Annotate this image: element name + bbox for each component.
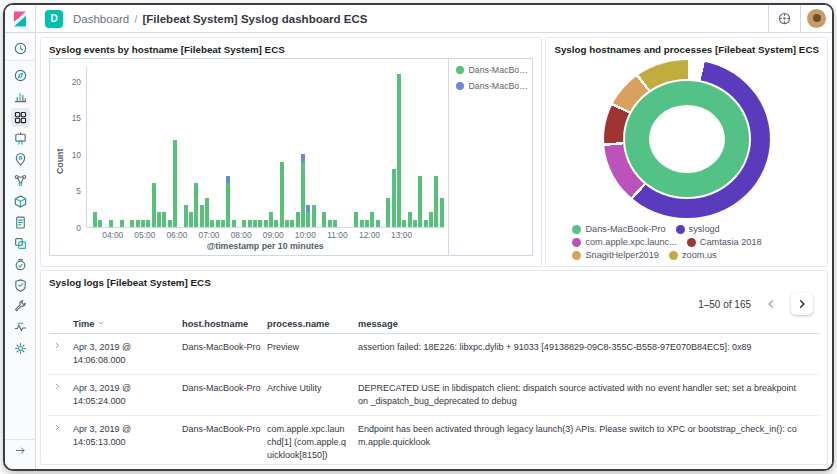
column-header-host[interactable]: host.hostname: [182, 319, 264, 329]
bar[interactable]: [413, 220, 417, 227]
bar[interactable]: [242, 220, 246, 227]
bar[interactable]: [146, 220, 150, 227]
bar[interactable]: [408, 212, 412, 227]
sidebar-item-logs[interactable]: [5, 212, 36, 232]
sidebar-item-recently-viewed[interactable]: [5, 37, 36, 61]
bar[interactable]: [285, 220, 289, 227]
bar[interactable]: [306, 205, 310, 227]
bar[interactable]: [386, 198, 390, 227]
bar-segment: [301, 154, 305, 161]
space-badge[interactable]: D: [45, 10, 63, 28]
sidebar-item-canvas[interactable]: [5, 128, 36, 148]
legend-item[interactable]: syslogd: [676, 224, 720, 234]
bar[interactable]: [418, 176, 422, 227]
legend-item[interactable]: SnagitHelper2019: [572, 250, 659, 260]
bar[interactable]: [424, 220, 428, 227]
bar[interactable]: [253, 220, 257, 227]
breadcrumb-dashboard[interactable]: Dashboard: [73, 13, 129, 25]
prev-page-button[interactable]: [760, 293, 782, 315]
kibana-logo[interactable]: [5, 5, 36, 32]
bar[interactable]: [152, 183, 156, 227]
bar[interactable]: [333, 220, 337, 227]
bar[interactable]: [370, 212, 374, 227]
column-header-process[interactable]: process.name: [267, 319, 355, 329]
bar[interactable]: [280, 162, 284, 227]
bar[interactable]: [248, 220, 252, 227]
bar[interactable]: [402, 220, 406, 227]
sidebar-item-monitoring[interactable]: [5, 317, 36, 337]
bar[interactable]: [360, 220, 364, 227]
sidebar-item-machine-learning[interactable]: [5, 170, 36, 190]
donut-chart[interactable]: [604, 60, 770, 219]
bar[interactable]: [221, 220, 225, 227]
bar[interactable]: [184, 205, 188, 227]
sidebar-item-apm[interactable]: [5, 233, 36, 253]
legend-item[interactable]: Dans-MacBook-Pro: [572, 224, 665, 234]
sidebar-item-management[interactable]: [5, 338, 36, 358]
next-page-button[interactable]: [791, 293, 813, 315]
sidebar-collapse-button[interactable]: [5, 439, 36, 463]
sidebar-item-infrastructure[interactable]: [5, 191, 36, 211]
legend-item[interactable]: Camtasia 2018: [687, 237, 762, 247]
bar[interactable]: [312, 205, 316, 227]
bar[interactable]: [98, 220, 102, 227]
canvas-icon: [13, 131, 28, 146]
legend-item[interactable]: Dans-MacBook-Pro.l...: [456, 81, 528, 91]
bar-chart-plot[interactable]: [86, 67, 444, 228]
bar[interactable]: [157, 212, 161, 227]
bar[interactable]: [194, 183, 198, 227]
bar[interactable]: [173, 140, 177, 227]
bar[interactable]: [216, 220, 220, 227]
bar[interactable]: [210, 220, 214, 227]
bar[interactable]: [429, 212, 433, 227]
bar[interactable]: [120, 220, 124, 227]
sidebar-item-dashboard[interactable]: [5, 107, 36, 127]
legend-item[interactable]: zoom.us: [669, 250, 717, 260]
legend-item[interactable]: com.apple.xpc.launc...: [572, 237, 676, 247]
sidebar-item-siem[interactable]: [5, 275, 36, 295]
bar[interactable]: [322, 212, 326, 227]
bar[interactable]: [269, 212, 273, 227]
bar[interactable]: [392, 169, 396, 227]
bar[interactable]: [376, 220, 380, 227]
bar[interactable]: [162, 212, 166, 227]
bar[interactable]: [168, 220, 172, 227]
bar[interactable]: [136, 220, 140, 227]
column-header-time[interactable]: Time: [73, 319, 179, 329]
bar[interactable]: [93, 212, 97, 227]
bar[interactable]: [290, 220, 294, 227]
bar[interactable]: [205, 198, 209, 227]
legend-item[interactable]: Dans-MacBook-Pro: [456, 65, 528, 75]
user-menu-button[interactable]: [800, 5, 832, 32]
sidebar-item-maps[interactable]: [5, 149, 36, 169]
bar[interactable]: [200, 205, 204, 227]
expand-row-button[interactable]: [53, 382, 70, 408]
bar[interactable]: [434, 176, 438, 227]
fullscreen-button[interactable]: [768, 5, 800, 32]
sidebar-item-dev-tools[interactable]: [5, 296, 36, 316]
column-header-message[interactable]: message: [358, 319, 809, 329]
bar[interactable]: [189, 212, 193, 227]
bar[interactable]: [354, 212, 358, 227]
bar[interactable]: [109, 220, 113, 227]
bar[interactable]: [141, 220, 145, 227]
bar[interactable]: [296, 212, 300, 227]
sidebar-item-uptime[interactable]: [5, 254, 36, 274]
y-tick-label: 20: [72, 77, 81, 87]
sidebar-item-visualize[interactable]: [5, 86, 36, 106]
expand-row-button[interactable]: [53, 341, 70, 367]
bar[interactable]: [264, 220, 268, 227]
sidebar-item-discover[interactable]: [5, 65, 36, 85]
expand-row-button[interactable]: [53, 423, 70, 462]
bar[interactable]: [301, 154, 305, 227]
bar[interactable]: [274, 220, 278, 227]
bar[interactable]: [440, 198, 444, 227]
bar-chart[interactable]: Count 05101520 04:0005:0006:0007:0008:00…: [49, 58, 533, 256]
bar[interactable]: [130, 220, 134, 227]
bar[interactable]: [365, 220, 369, 227]
bar[interactable]: [232, 220, 236, 227]
bar[interactable]: [226, 176, 230, 227]
bar[interactable]: [397, 74, 401, 227]
bar[interactable]: [258, 220, 262, 227]
bar[interactable]: [328, 220, 332, 227]
